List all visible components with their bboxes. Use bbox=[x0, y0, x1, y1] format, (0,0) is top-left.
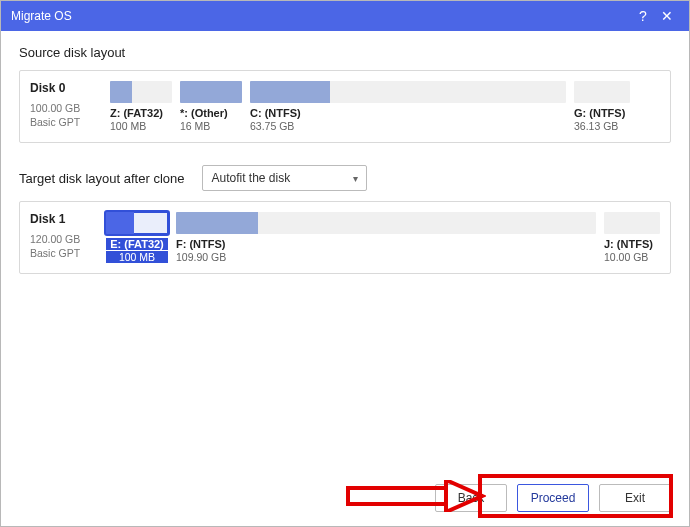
partition-bar bbox=[106, 212, 168, 234]
partition-size: 100 MB bbox=[110, 120, 172, 132]
target-header-row: Target disk layout after clone Autofit t… bbox=[19, 165, 671, 191]
partition-bar bbox=[250, 81, 566, 103]
partition-bar bbox=[110, 81, 172, 103]
svg-rect-0 bbox=[348, 488, 446, 504]
target-disk-style: Basic GPT bbox=[30, 246, 96, 260]
partition[interactable]: C: (NTFS)63.75 GB bbox=[250, 81, 566, 132]
partition-fill bbox=[180, 81, 242, 103]
target-partitions: E: (FAT32)100 MBF: (NTFS)109.90 GBJ: (NT… bbox=[106, 212, 660, 263]
source-disk-style: Basic GPT bbox=[30, 115, 100, 129]
partition[interactable]: E: (FAT32)100 MB bbox=[106, 212, 168, 263]
help-icon[interactable]: ? bbox=[631, 8, 655, 24]
partition-size: 109.90 GB bbox=[176, 251, 596, 263]
back-button[interactable]: Back bbox=[435, 484, 507, 512]
target-disk-name: Disk 1 bbox=[30, 212, 96, 226]
partition-bar bbox=[604, 212, 660, 234]
fit-mode-value: Autofit the disk bbox=[211, 171, 290, 185]
source-disk-size: 100.00 GB bbox=[30, 101, 100, 115]
source-disk-name: Disk 0 bbox=[30, 81, 100, 95]
partition[interactable]: J: (NTFS)10.00 GB bbox=[604, 212, 660, 263]
partition-label: E: (FAT32) bbox=[106, 238, 168, 250]
partition-bar bbox=[574, 81, 630, 103]
partition-size: 10.00 GB bbox=[604, 251, 660, 263]
chevron-down-icon: ▾ bbox=[353, 173, 358, 184]
window-title: Migrate OS bbox=[11, 9, 631, 23]
partition-label: *: (Other) bbox=[180, 107, 242, 119]
partition-label: J: (NTFS) bbox=[604, 238, 660, 250]
partition-label: F: (NTFS) bbox=[176, 238, 596, 250]
partition[interactable]: *: (Other)16 MB bbox=[180, 81, 242, 132]
partition-fill bbox=[110, 81, 132, 103]
window: Migrate OS ? ✕ Source disk layout Disk 0… bbox=[0, 0, 690, 527]
partition-bar bbox=[180, 81, 242, 103]
partition-fill bbox=[176, 212, 258, 234]
partition[interactable]: G: (NTFS)36.13 GB bbox=[574, 81, 630, 132]
partition-label: C: (NTFS) bbox=[250, 107, 566, 119]
partition-size: 63.75 GB bbox=[250, 120, 566, 132]
target-disk-panel: Disk 1 120.00 GB Basic GPT E: (FAT32)100… bbox=[19, 201, 671, 274]
spacer bbox=[19, 296, 671, 464]
fit-mode-dropdown[interactable]: Autofit the disk ▾ bbox=[202, 165, 367, 191]
source-disk-panel: Disk 0 100.00 GB Basic GPT Z: (FAT32)100… bbox=[19, 70, 671, 143]
target-disk-meta: Disk 1 120.00 GB Basic GPT bbox=[30, 212, 96, 260]
source-disk-meta: Disk 0 100.00 GB Basic GPT bbox=[30, 81, 100, 129]
target-disk-size: 120.00 GB bbox=[30, 232, 96, 246]
titlebar: Migrate OS ? ✕ bbox=[1, 1, 689, 31]
partition-size: 16 MB bbox=[180, 120, 242, 132]
partition-label: G: (NTFS) bbox=[574, 107, 630, 119]
close-icon[interactable]: ✕ bbox=[655, 8, 679, 24]
partition[interactable]: F: (NTFS)109.90 GB bbox=[176, 212, 596, 263]
partition-fill bbox=[250, 81, 330, 103]
proceed-button[interactable]: Proceed bbox=[517, 484, 589, 512]
partition-label: Z: (FAT32) bbox=[110, 107, 172, 119]
footer: Back Proceed Exit bbox=[1, 470, 689, 526]
source-partitions: Z: (FAT32)100 MB*: (Other)16 MBC: (NTFS)… bbox=[110, 81, 660, 132]
partition[interactable]: Z: (FAT32)100 MB bbox=[110, 81, 172, 132]
partition-size: 36.13 GB bbox=[574, 120, 630, 132]
partition-bar bbox=[176, 212, 596, 234]
partition-fill bbox=[106, 212, 134, 234]
target-label: Target disk layout after clone bbox=[19, 171, 184, 186]
exit-button[interactable]: Exit bbox=[599, 484, 671, 512]
source-label: Source disk layout bbox=[19, 45, 671, 60]
partition-size: 100 MB bbox=[106, 251, 168, 263]
content: Source disk layout Disk 0 100.00 GB Basi… bbox=[1, 31, 689, 470]
